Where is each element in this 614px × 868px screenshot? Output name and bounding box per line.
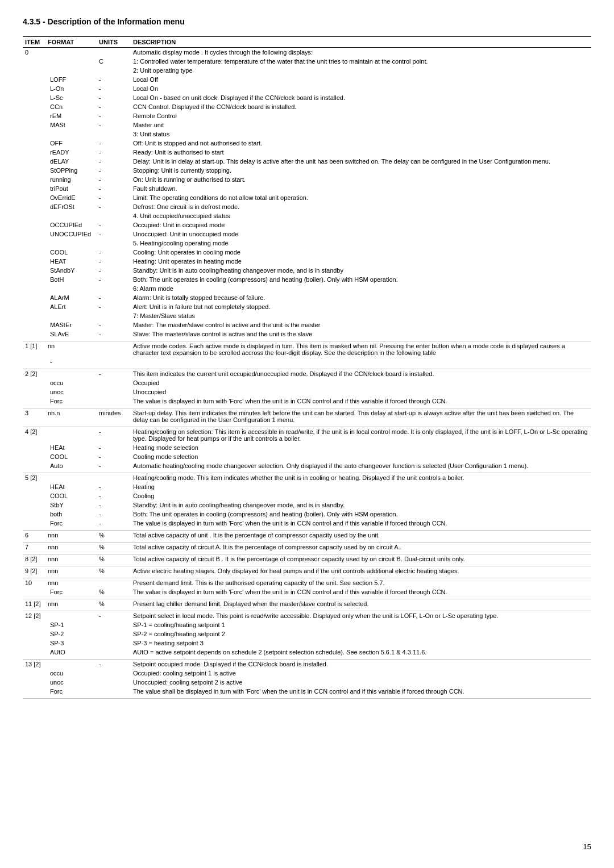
row-units: % [97, 531, 131, 540]
table-sub-row: Auto-Automatic heating/cooling mode chan… [23, 461, 591, 470]
sub-row-desc: Occupied [131, 378, 591, 387]
table-sub-row: MAStEr-Master: The master/slave control … [23, 320, 591, 329]
row-item: 12 [2] [23, 611, 45, 621]
sub-row-item [23, 357, 45, 366]
table-sub-row: OCCUPIEd-Occupied: Unit in occupied mode [23, 220, 591, 229]
row-description: Total active capacity of circuit B . It … [131, 554, 591, 564]
sub-row-desc: Stopping: Unit is currently stopping. [131, 166, 591, 175]
table-sub-row: HEAt-Heating mode selection [23, 443, 591, 452]
sub-row-desc: 2: Unit operating type [131, 66, 591, 75]
table-row: 4 [2]-Heating/cooling on selection: This… [23, 427, 591, 444]
sub-row-format: occu [45, 669, 97, 678]
sub-row-desc: Alert: Unit is in failure but not comple… [131, 302, 591, 311]
sub-row-format: dELAY [45, 157, 97, 166]
col-header-units: UNITS [97, 37, 131, 48]
table-sub-row: both-Both: The unit operates in cooling … [23, 510, 591, 519]
sub-row-desc: Remote Control [131, 111, 591, 120]
sub-row-format: dEFrOSt [45, 202, 97, 211]
sub-row-format: Auto [45, 461, 97, 470]
row-format [45, 473, 97, 483]
row-units: - [97, 611, 131, 621]
sub-row-desc: Delay: Unit is in delay at start-up. Thi… [131, 157, 591, 166]
sub-row-format: running [45, 175, 97, 184]
sub-row-format: HEAt [45, 443, 97, 452]
sub-row-desc: Master unit [131, 120, 591, 130]
sub-row-desc: Local On [131, 84, 591, 93]
table-sub-row: AUtOAUtO = active setpoint depends on sc… [23, 648, 591, 657]
sub-row-format: - [45, 357, 97, 366]
sub-row-item [23, 93, 45, 102]
sub-row-units: - [97, 157, 131, 166]
sub-row-desc: Defrost: One circuit is in defrost mode. [131, 202, 591, 211]
row-description: This item indicates the current unit occ… [131, 369, 591, 379]
sub-row-desc: The value is displayed in turn with 'For… [131, 519, 591, 528]
sub-row-item [23, 120, 45, 130]
sub-row-format: unoc [45, 387, 97, 397]
sub-row-units: - [97, 443, 131, 452]
sub-row-format: Forc [45, 687, 97, 696]
sub-row-format [45, 311, 97, 320]
sub-row-units [97, 648, 131, 657]
sub-row-units: - [97, 293, 131, 302]
sub-row-format [45, 66, 97, 75]
table-row: 1 [1]nnActive mode codes. Each active mo… [23, 341, 591, 358]
table-row: 5 [2]Heating/cooling mode. This item ind… [23, 473, 591, 483]
sub-row-units: - [97, 220, 131, 229]
sub-row-units [97, 669, 131, 678]
sub-row-item [23, 193, 45, 202]
sub-row-desc: Unoccupied: cooling setpoint 2 is active [131, 678, 591, 687]
table-sub-row: triPout-Fault shutdown. [23, 184, 591, 193]
table-sub-row: 5. Heating/cooling operating mode [23, 239, 591, 248]
sub-row-item [23, 257, 45, 266]
row-units [97, 578, 131, 588]
row-format: nn.n [45, 408, 97, 425]
row-item: 3 [23, 408, 45, 425]
sub-row-item [23, 302, 45, 311]
sub-row-desc: 1: Controlled water temperature: tempera… [131, 57, 591, 66]
row-format: nnn [45, 554, 97, 564]
sub-row-item [23, 510, 45, 519]
sub-row-item [23, 130, 45, 139]
table-sub-row: rEM-Remote Control [23, 111, 591, 120]
sub-row-units: - [97, 75, 131, 84]
row-format [45, 611, 97, 621]
row-description: Total active capacity of circuit A. It i… [131, 542, 591, 552]
table-row: 9 [2]nnn%Active electric heating stages.… [23, 566, 591, 576]
sub-row-item [23, 111, 45, 120]
sub-row-desc: Cooling: Unit operates in cooling mode [131, 248, 591, 257]
sub-row-units [97, 629, 131, 639]
sub-row-desc: Cooling mode selection [131, 452, 591, 461]
table-row: 3nn.nminutesStart-up delay. This item in… [23, 408, 591, 425]
sub-row-units: C [97, 57, 131, 66]
sub-row-desc: CCN Control. Displayed if the CCN/clock … [131, 102, 591, 111]
sub-row-format [45, 211, 97, 220]
table-sub-row: ForcThe value is displayed in turn with … [23, 397, 591, 406]
row-units: - [97, 660, 131, 669]
row-units: - [97, 427, 131, 444]
sub-row-item [23, 378, 45, 387]
sub-row-format: occu [45, 378, 97, 387]
sub-row-desc: Occupied: cooling setpoint 1 is active [131, 669, 591, 678]
row-format: nnn [45, 578, 97, 588]
sub-row-desc: SP-1 = cooling/heating setpoint 1 [131, 620, 591, 629]
row-format [45, 427, 97, 444]
sub-row-format: SLAvE [45, 329, 97, 339]
row-description: Present lag chiller demand limit. Displa… [131, 599, 591, 609]
row-units: % [97, 542, 131, 552]
sub-row-desc: Off: Unit is stopped and not authorised … [131, 139, 591, 148]
row-format [45, 660, 97, 669]
sub-row-units: - [97, 139, 131, 148]
col-header-format: FORMAT [45, 37, 97, 48]
row-description: Start-up delay. This item indicates the … [131, 408, 591, 425]
row-format [45, 48, 97, 57]
sub-row-item [23, 620, 45, 629]
sub-row-desc: AUtO = active setpoint depends on schedu… [131, 648, 591, 657]
sub-row-units [97, 357, 131, 366]
table-sub-row: CCn-CCN Control. Displayed if the CCN/cl… [23, 102, 591, 111]
row-item: 8 [2] [23, 554, 45, 564]
row-item: 4 [2] [23, 427, 45, 444]
sub-row-desc: Heating [131, 482, 591, 491]
sub-row-format: StOPPing [45, 166, 97, 175]
sub-row-format: COOL [45, 452, 97, 461]
table-sub-row: running-On: Unit is running or authorise… [23, 175, 591, 184]
